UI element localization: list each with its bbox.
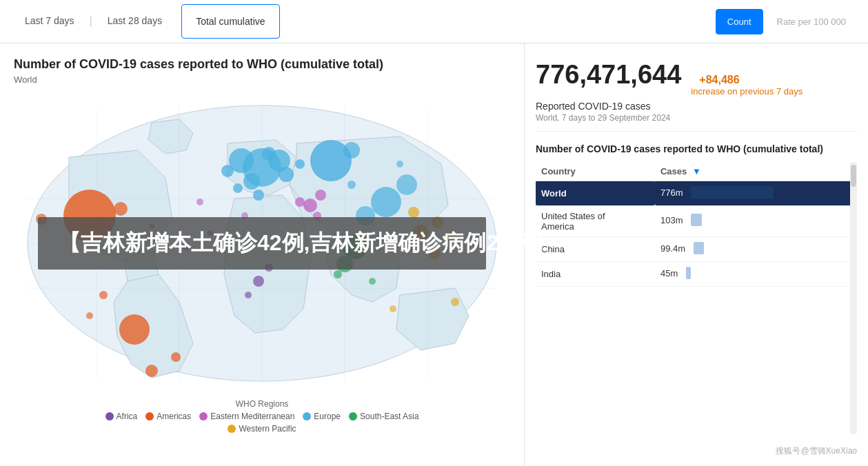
svg-point-32	[303, 199, 317, 212]
africa-label: Africa	[117, 412, 138, 421]
legend-americas: Americas	[145, 412, 191, 421]
tabs-left: Last 7 days | Last 28 days Total cumulat…	[11, 0, 283, 43]
svg-point-49	[99, 291, 108, 299]
svg-point-22	[145, 365, 158, 377]
rate-label: Rate per 100 000	[766, 10, 857, 34]
scrollbar-thumb[interactable]	[851, 165, 856, 187]
table-row-china: China 99.4m	[536, 236, 857, 261]
svg-point-23	[171, 352, 181, 362]
cases-table: Country Cases ▼ World	[536, 162, 857, 287]
svg-point-55	[390, 305, 396, 312]
bar-world-container	[691, 186, 774, 201]
right-panel: 776,471,644 +84,486 increase on previous…	[525, 43, 868, 466]
table-row-india: India 45m	[536, 261, 857, 286]
svg-point-18	[233, 183, 243, 193]
africa-dot	[105, 412, 114, 421]
western-pacific-dot	[228, 425, 236, 433]
cases-usa: 103m	[655, 205, 857, 236]
table-row-world: World 776m	[536, 181, 857, 205]
svg-point-28	[396, 174, 417, 195]
cases-world: 776m	[655, 181, 857, 205]
legend-eastern-med: Eastern Mediterranean	[199, 412, 294, 421]
svg-point-20	[119, 314, 150, 345]
svg-point-12	[243, 173, 260, 190]
svg-point-38	[245, 292, 252, 298]
bar-china	[694, 242, 704, 254]
europe-dot	[303, 412, 311, 421]
legend-title: WHO Regions	[14, 399, 510, 409]
western-pacific-label: Western Pacific	[239, 424, 296, 434]
main-content: Number of COVID-19 cases reported to WHO…	[0, 43, 868, 466]
svg-point-53	[369, 278, 376, 285]
svg-point-50	[86, 312, 93, 319]
svg-point-56	[347, 181, 356, 189]
country-world: World	[536, 181, 655, 205]
header-tabs: Last 7 days | Last 28 days Total cumulat…	[0, 0, 868, 43]
svg-point-34	[295, 197, 305, 207]
map-container: 【吉林新增本土确诊42例,吉林新增确诊病例21例】	[14, 92, 510, 395]
svg-point-44	[408, 207, 419, 218]
table-row-usa: United States ofAmerica 103m	[536, 205, 857, 236]
americas-dot	[145, 412, 154, 421]
sohu-credit: 搜狐号@雪骑XueXiao	[536, 445, 857, 457]
table-title: Number of COVID-19 cases reported to WHO…	[536, 143, 857, 156]
tab-last7[interactable]: Last 7 days	[11, 4, 88, 39]
stats-main-number: 776,471,644	[536, 60, 681, 90]
chart-subtitle: World	[14, 74, 510, 85]
bar-india	[686, 267, 691, 279]
cases-india: 45m	[655, 261, 857, 286]
legend-sea: South-East Asia	[349, 412, 418, 421]
tabs-separator: |	[88, 15, 94, 28]
stats-label: Reported COVID-19 cases	[536, 101, 857, 112]
svg-point-14	[221, 165, 234, 177]
chart-title: Number of COVID-19 cases reported to WHO…	[14, 57, 510, 72]
map-legend: WHO Regions Africa Americas Eastern Medi…	[14, 399, 510, 434]
bar-usa	[691, 214, 702, 226]
table-section: Number of COVID-19 cases reported to WHO…	[536, 143, 857, 434]
table-wrapper: Country Cases ▼ World	[536, 162, 857, 434]
left-panel: Number of COVID-19 cases reported to WHO…	[0, 43, 525, 466]
bar-world	[691, 186, 774, 199]
svg-point-17	[295, 159, 305, 169]
legend-items: Africa Americas Eastern Mediterranean Eu…	[14, 412, 510, 421]
americas-label: Americas	[157, 412, 191, 421]
stats-increase-label: increase on previous 7 days	[691, 86, 803, 97]
country-india: India	[536, 261, 655, 286]
bar-india-container	[686, 267, 769, 281]
sea-label: South-East Asia	[360, 412, 418, 421]
sort-icon[interactable]: ▼	[692, 166, 701, 176]
legend-items-row2: Western Pacific	[14, 424, 510, 434]
count-button[interactable]: Count	[716, 9, 763, 34]
cases-china: 99.4m	[655, 236, 857, 261]
svg-point-21	[114, 202, 128, 216]
svg-point-33	[315, 190, 326, 201]
bar-usa-container	[691, 214, 774, 228]
svg-point-13	[262, 147, 276, 161]
svg-point-36	[253, 276, 264, 287]
svg-point-26	[343, 142, 360, 159]
legend-western-pacific: Western Pacific	[228, 424, 296, 434]
tab-last28[interactable]: Last 28 days	[94, 4, 176, 39]
watermark-overlay: 【吉林新增本土确诊42例,吉林新增确诊病例21例】	[38, 217, 486, 270]
stats-sublabel: World, 7 days to 29 September 2024	[536, 113, 857, 123]
legend-africa: Africa	[105, 412, 138, 421]
stats-box: 776,471,644 +84,486 increase on previous…	[536, 57, 857, 132]
eastern-med-dot	[199, 412, 208, 421]
tab-total[interactable]: Total cumulative	[181, 4, 279, 39]
col-cases: Cases ▼	[655, 162, 857, 181]
svg-point-57	[396, 161, 403, 168]
svg-point-27	[371, 187, 401, 217]
svg-point-52	[334, 270, 342, 278]
bar-china-container	[694, 242, 776, 256]
sea-dot	[349, 412, 357, 421]
europe-label: Europe	[314, 412, 341, 421]
stats-increase: +84,486	[699, 74, 739, 85]
eastern-med-label: Eastern Mediterranean	[210, 412, 294, 421]
svg-point-15	[279, 167, 294, 182]
svg-point-45	[196, 199, 203, 205]
svg-point-16	[253, 190, 264, 201]
scrollbar-track[interactable]	[850, 162, 857, 434]
legend-europe: Europe	[303, 412, 341, 421]
tabs-right: Count Rate per 100 000	[716, 9, 857, 34]
svg-point-54	[451, 298, 459, 306]
